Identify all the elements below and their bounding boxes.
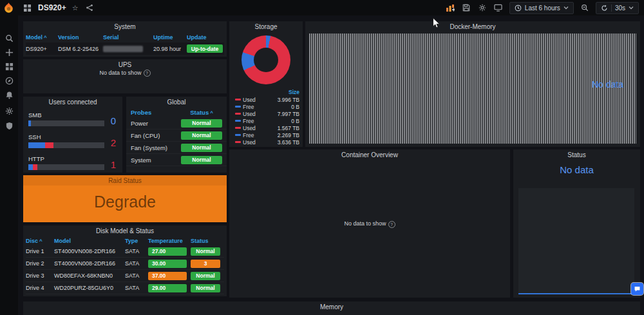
legend-item[interactable]: Used1.567 TB bbox=[235, 124, 299, 131]
disk-cell: WD80EFAX-68KNBN0 bbox=[54, 270, 125, 282]
disk-cell: Normal bbox=[191, 245, 224, 258]
probe-row: Fan (CPU)Normal bbox=[126, 129, 227, 142]
col-header-temperature[interactable]: Temperature bbox=[148, 236, 191, 245]
panel-container-overview: Container Overview No data to show? bbox=[229, 149, 510, 298]
legend-item[interactable]: Free2.269 TB bbox=[235, 131, 299, 138]
disk-cell: Normal bbox=[191, 270, 224, 282]
smb-bar bbox=[28, 120, 104, 126]
chevron-down-icon bbox=[629, 6, 634, 10]
time-range-label: Last 6 hours bbox=[525, 5, 560, 12]
dashboard-title[interactable]: DS920+ bbox=[38, 3, 66, 12]
col-header-model[interactable]: Model^ bbox=[26, 33, 58, 43]
save-dashboard-button[interactable] bbox=[461, 3, 471, 13]
disk-cell: ST4000VN008-2DR166 bbox=[54, 258, 125, 270]
disk-cell: Drive 1 bbox=[26, 245, 54, 258]
probe-status-badge: Normal bbox=[181, 131, 222, 140]
status-no-data-text: No data bbox=[513, 164, 640, 175]
col-header-status[interactable]: Status bbox=[191, 236, 224, 245]
legend-item[interactable]: Free0 B bbox=[235, 117, 299, 124]
disk-cell: 37.00 bbox=[148, 270, 191, 282]
col-header-serial[interactable]: Serial bbox=[103, 33, 153, 43]
user-metric-smb: SMB 0 bbox=[28, 111, 117, 129]
col-header-disc[interactable]: Disc^ bbox=[26, 236, 54, 245]
http-count: 1 bbox=[111, 159, 116, 170]
update-status-badge: Up-to-date bbox=[187, 44, 223, 53]
disk-status-badge: Normal bbox=[191, 272, 220, 280]
panel-ups: UPS No data to show? bbox=[23, 59, 227, 93]
disk-cell: SATA bbox=[125, 282, 148, 294]
probe-row: SystemNormal bbox=[126, 154, 227, 166]
create-plus-icon[interactable] bbox=[0, 47, 18, 57]
panel-title-memory[interactable]: Memory bbox=[23, 301, 640, 312]
panel-title-status[interactable]: Status bbox=[513, 149, 640, 160]
col-header-probes[interactable]: Probes bbox=[131, 109, 151, 116]
legend-header-size[interactable]: Size bbox=[235, 88, 299, 96]
col-header-model[interactable]: Model bbox=[54, 236, 125, 245]
panel-title-system[interactable]: System bbox=[23, 21, 227, 32]
explore-compass-icon[interactable] bbox=[0, 75, 18, 86]
star-dashboard-icon[interactable]: ☆ bbox=[72, 5, 79, 12]
refresh-interval-label: 30s bbox=[615, 5, 625, 12]
panel-title-docker-memory[interactable]: Docker-Memory bbox=[305, 21, 640, 32]
dashboard-settings-button[interactable] bbox=[477, 3, 488, 13]
col-header-status[interactable]: Status^ bbox=[181, 109, 222, 116]
sort-asc-icon: ^ bbox=[210, 110, 213, 116]
panel-system: System Model^ Version Serial Uptime Upda… bbox=[23, 21, 227, 57]
status-graph-placeholder bbox=[518, 188, 634, 294]
server-admin-shield-icon[interactable] bbox=[0, 120, 18, 131]
search-icon[interactable] bbox=[0, 33, 18, 43]
legend-item[interactable]: Free0 B bbox=[235, 103, 299, 110]
sidebar bbox=[0, 0, 18, 315]
top-navbar: DS920+ ☆ Last 6 hours 30s bbox=[0, 0, 644, 15]
add-panel-button[interactable] bbox=[445, 3, 455, 13]
panel-title-raid[interactable]: Raid Status bbox=[23, 175, 227, 186]
time-range-picker[interactable]: Last 6 hours bbox=[509, 2, 574, 14]
storage-donut bbox=[242, 35, 290, 84]
storage-legend: Size Used3.996 TB Free0 B Used7.997 TB F… bbox=[235, 88, 299, 147]
panel-title-users[interactable]: Users connected bbox=[23, 97, 122, 107]
col-header-type[interactable]: Type bbox=[125, 236, 148, 245]
system-update-cell: Up-to-date bbox=[187, 43, 224, 55]
system-version-cell: DSM 6.2-25426 bbox=[58, 43, 103, 55]
disk-cell: Drive 3 bbox=[26, 270, 54, 282]
panel-title-ups[interactable]: UPS bbox=[23, 59, 227, 70]
dashboards-icon[interactable] bbox=[0, 61, 18, 72]
dashboard-grid-icon[interactable] bbox=[22, 3, 32, 13]
disk-cell: Normal bbox=[191, 282, 224, 294]
ssh-count: 2 bbox=[111, 137, 116, 148]
legend-item[interactable]: Used3.996 TB bbox=[235, 96, 299, 103]
chat-widget-button[interactable] bbox=[631, 283, 643, 295]
disk-status-badge: Normal bbox=[191, 284, 220, 292]
panel-title-global[interactable]: Global bbox=[126, 97, 227, 107]
temperature-badge: 37.00 bbox=[148, 272, 187, 280]
panel-title-container-overview[interactable]: Container Overview bbox=[229, 149, 510, 160]
col-header-version[interactable]: Version bbox=[58, 33, 103, 43]
panel-users-connected: Users connected SMB 0 SSH 2 HTTP 1 bbox=[23, 97, 122, 173]
panel-storage: Storage Size Used3.996 TB Free0 B Used7.… bbox=[229, 21, 303, 147]
panel-title-storage[interactable]: Storage bbox=[229, 21, 303, 32]
refresh-picker[interactable]: 30s bbox=[596, 2, 639, 14]
probe-status-badge: Normal bbox=[181, 156, 222, 164]
help-icon[interactable]: ? bbox=[144, 70, 151, 77]
alerting-bell-icon[interactable] bbox=[0, 90, 18, 100]
sort-asc-icon: ^ bbox=[39, 238, 43, 244]
col-header-uptime[interactable]: Uptime bbox=[153, 33, 187, 43]
grafana-logo-icon[interactable] bbox=[3, 2, 15, 14]
panel-disk-status: Disk Model & Status Disc^ Model Type Tem… bbox=[23, 225, 227, 296]
legend-item[interactable]: Used7.997 TB bbox=[235, 110, 299, 117]
share-dashboard-icon[interactable] bbox=[84, 3, 95, 13]
cycle-view-mode-button[interactable] bbox=[493, 3, 504, 13]
zoom-out-button[interactable] bbox=[580, 3, 590, 13]
panel-title-disks[interactable]: Disk Model & Status bbox=[23, 225, 227, 236]
clock-icon bbox=[515, 5, 522, 12]
legend-item[interactable]: Used3.636 TB bbox=[235, 138, 299, 146]
user-metric-http: HTTP 1 bbox=[28, 155, 117, 173]
pill-divider bbox=[611, 5, 612, 12]
panel-memory: Memory bbox=[23, 301, 640, 315]
help-icon[interactable]: ? bbox=[388, 221, 395, 228]
docker-no-data-text: No data bbox=[592, 79, 623, 90]
disk-cell: WD20PURZ-85GU6Y0 bbox=[54, 282, 125, 294]
col-header-update[interactable]: Update bbox=[187, 33, 224, 43]
panel-docker-memory: Docker-Memory No data bbox=[305, 21, 640, 147]
configuration-gear-icon[interactable] bbox=[0, 106, 18, 116]
